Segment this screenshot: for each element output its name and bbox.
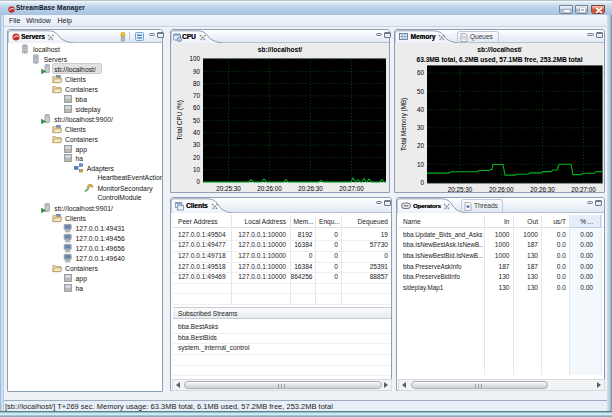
svg-text:20:26:00: 20:26:00: [489, 186, 514, 192]
svg-text:20:26:30: 20:26:30: [530, 186, 555, 192]
svg-text:10: 10: [417, 161, 425, 168]
svg-text:Total Memory (MB): Total Memory (MB): [401, 98, 409, 151]
svg-text:0: 0: [420, 179, 424, 186]
svg-text:60: 60: [417, 69, 425, 76]
svg-text:20:26:30: 20:26:30: [298, 185, 323, 192]
svg-text:100: 100: [189, 55, 200, 62]
svg-text:40: 40: [417, 106, 425, 113]
svg-text:20: 20: [417, 142, 425, 149]
svg-text:20:27:00: 20:27:00: [339, 185, 364, 192]
svg-text:20: 20: [193, 154, 201, 161]
svg-text:30: 30: [193, 141, 201, 148]
svg-text:20:25:30: 20:25:30: [448, 186, 473, 192]
svg-text:90: 90: [193, 68, 201, 75]
svg-text:60: 60: [193, 104, 201, 111]
svg-text:80: 80: [193, 80, 201, 87]
svg-text:50: 50: [417, 88, 425, 95]
svg-text:20:25:30: 20:25:30: [216, 185, 241, 192]
svg-text:63.3MB total, 6.2MB used, 57.1: 63.3MB total, 6.2MB used, 57.1MB free, 2…: [417, 56, 583, 64]
svg-text:40: 40: [193, 129, 201, 136]
svg-text:Total CPU (%): Total CPU (%): [177, 100, 185, 140]
svg-text:50: 50: [193, 117, 201, 124]
svg-text:10: 10: [193, 166, 201, 173]
svg-text:sb://localhost/: sb://localhost/: [477, 46, 521, 53]
svg-text:sb://localhost/: sb://localhost/: [258, 46, 302, 53]
svg-text:0: 0: [196, 178, 200, 185]
svg-text:20:27:00: 20:27:00: [571, 186, 596, 192]
svg-text:30: 30: [417, 124, 425, 131]
svg-text:20:26:00: 20:26:00: [257, 185, 282, 192]
svg-text:70: 70: [193, 92, 201, 99]
